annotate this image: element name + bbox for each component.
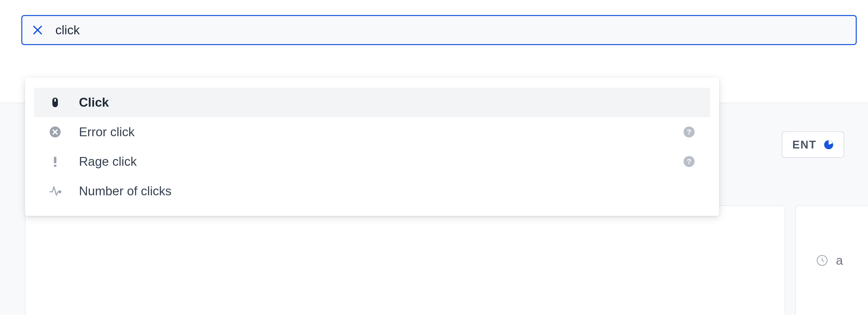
clock-icon (816, 254, 829, 267)
search-container (21, 15, 857, 45)
segment-badge[interactable]: ENT (782, 132, 844, 158)
activity-icon (49, 185, 61, 197)
error-circle-icon (49, 126, 61, 138)
dropdown-item-rage-click[interactable]: Rage click ? (34, 147, 710, 176)
search-input-wrapper (55, 23, 846, 37)
pie-chart-icon (824, 140, 834, 150)
svg-text:?: ? (687, 128, 691, 136)
dropdown-item-number-of-clicks[interactable]: Number of clicks (34, 176, 710, 206)
svg-rect-11 (54, 157, 56, 163)
exclamation-icon (49, 155, 61, 168)
content-card-right: a (795, 205, 868, 315)
dropdown-item-label: Click (79, 95, 695, 110)
help-icon[interactable]: ? (683, 126, 695, 138)
search-dropdown: Click Error click ? Rage click (25, 78, 719, 216)
mouse-icon (49, 96, 61, 109)
card-text-fragment: a (836, 253, 843, 268)
dropdown-item-label: Error click (79, 125, 665, 139)
svg-rect-12 (54, 165, 56, 167)
help-icon[interactable]: ? (683, 155, 695, 168)
dropdown-item-click[interactable]: Click (34, 88, 710, 117)
content-card-left (25, 205, 785, 315)
search-input[interactable] (55, 23, 846, 37)
dropdown-item-label: Number of clicks (79, 184, 695, 198)
svg-point-15 (59, 191, 61, 193)
dropdown-item-label: Rage click (79, 154, 665, 169)
badge-text: ENT (792, 138, 817, 151)
clear-search-icon[interactable] (32, 25, 43, 35)
dropdown-item-error-click[interactable]: Error click ? (34, 117, 710, 147)
svg-text:?: ? (687, 157, 691, 166)
svg-rect-5 (54, 99, 56, 102)
